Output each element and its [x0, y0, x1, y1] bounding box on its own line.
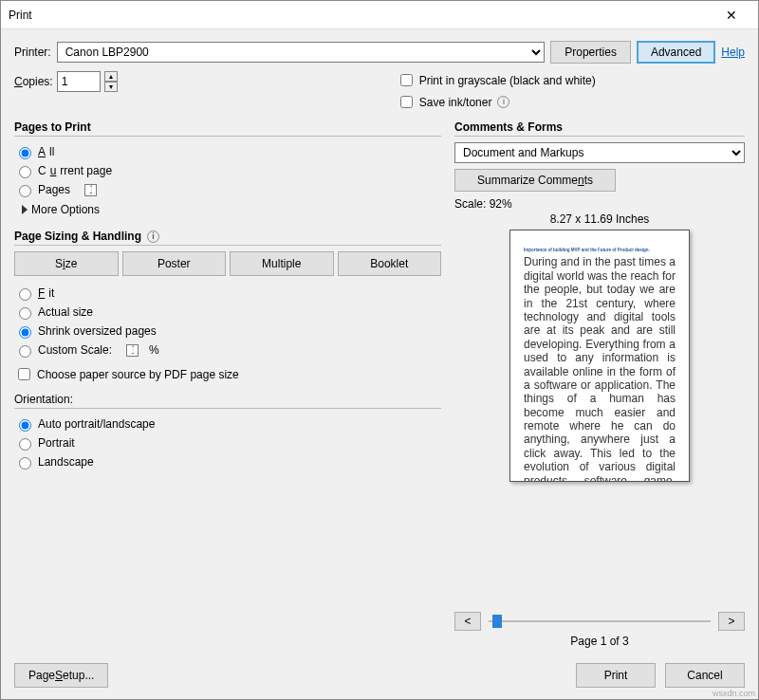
triangle-right-icon: [22, 205, 28, 214]
help-link[interactable]: Help: [721, 46, 745, 59]
preview-nav: < >: [454, 612, 745, 631]
columns: Pages to Print All Current page Pages Mo…: [14, 120, 745, 652]
current-radio[interactable]: Current page: [14, 163, 441, 178]
portrait-radio[interactable]: Portrait: [14, 435, 441, 451]
printer-select[interactable]: Canon LBP2900: [57, 42, 546, 63]
sizing-head: Page Sizing & Handling i: [14, 230, 441, 246]
dialog-title: Print: [9, 9, 713, 22]
copies-label: Copies:: [14, 75, 53, 88]
titlebar: Print ✕: [1, 1, 758, 29]
print-options: Print in grayscale (black and white) Sav…: [397, 71, 596, 111]
prev-page-button[interactable]: <: [454, 612, 481, 631]
copies-input[interactable]: [57, 71, 101, 92]
summarize-comments-button[interactable]: Summarize Comments: [454, 169, 616, 192]
spinner-down-icon[interactable]: ▾: [104, 82, 118, 92]
auto-orient-radio[interactable]: Auto portrait/landscape: [14, 416, 441, 432]
close-icon[interactable]: ✕: [713, 8, 750, 23]
orientation-head: Orientation:: [14, 393, 441, 409]
right-column: Comments & Forms Document and Markups Su…: [454, 120, 745, 652]
dimensions-display: 8.27 x 11.69 Inches: [454, 212, 745, 226]
next-page-button[interactable]: >: [718, 612, 745, 631]
spinner-up-icon[interactable]: ▴: [104, 71, 118, 82]
multiple-tab[interactable]: Multiple: [230, 251, 334, 276]
content-area: Printer: Canon LBP2900 Properties Advanc…: [1, 29, 758, 655]
all-radio[interactable]: All: [14, 144, 441, 159]
copies-group: Copies: ▴ ▾: [14, 71, 118, 92]
saveink-checkbox[interactable]: Save ink/toner i: [397, 93, 596, 111]
page-indicator: Page 1 of 3: [454, 635, 745, 648]
sizing-tabs: Size Poster Multiple Booklet: [14, 251, 441, 276]
properties-button[interactable]: Properties: [550, 41, 631, 64]
print-dialog: Print ✕ Printer: Canon LBP2900 Propertie…: [0, 0, 759, 700]
page-setup-button[interactable]: Page Setup...: [14, 663, 108, 688]
custom-scale-radio[interactable]: Custom Scale: %: [14, 342, 441, 358]
landscape-radio[interactable]: Landscape: [14, 454, 441, 470]
preview-page: Importance of building MVP and the Futur…: [509, 230, 690, 482]
fit-radio[interactable]: Fit: [14, 286, 441, 301]
left-column: Pages to Print All Current page Pages Mo…: [14, 120, 441, 652]
comments-head: Comments & Forms: [454, 120, 745, 137]
actual-radio[interactable]: Actual size: [14, 304, 441, 320]
paper-source-checkbox[interactable]: Choose paper source by PDF page size: [14, 365, 441, 383]
footer: Page Setup... Print Cancel: [1, 655, 758, 699]
pages-input[interactable]: [84, 184, 97, 196]
printer-row: Printer: Canon LBP2900 Properties Advanc…: [14, 41, 745, 64]
scale-display: Scale: 92%: [454, 197, 745, 211]
more-options-toggle[interactable]: More Options: [22, 203, 441, 216]
size-tab[interactable]: Size: [14, 251, 119, 276]
page-slider[interactable]: [489, 612, 711, 631]
pages-to-print-head: Pages to Print: [14, 120, 441, 137]
pages-radio[interactable]: Pages: [14, 182, 441, 197]
grayscale-checkbox[interactable]: Print in grayscale (black and white): [397, 71, 596, 89]
shrink-radio[interactable]: Shrink oversized pages: [14, 323, 441, 339]
print-button[interactable]: Print: [576, 663, 656, 688]
info-icon[interactable]: i: [147, 230, 159, 243]
poster-tab[interactable]: Poster: [122, 251, 227, 276]
printer-label: Printer:: [14, 46, 51, 59]
copies-row: Copies: ▴ ▾ Print in grayscale (black an…: [14, 71, 745, 111]
advanced-button[interactable]: Advanced: [637, 41, 715, 64]
preview-container: Importance of building MVP and the Futur…: [454, 230, 745, 604]
cancel-button[interactable]: Cancel: [665, 663, 745, 688]
custom-scale-input: [126, 344, 139, 357]
comments-forms-select[interactable]: Document and Markups: [454, 142, 745, 163]
slider-thumb-icon[interactable]: [492, 615, 502, 628]
booklet-tab[interactable]: Booklet: [338, 251, 442, 276]
copies-spinner[interactable]: ▴ ▾: [104, 71, 118, 92]
watermark: wsxdn.com: [713, 689, 755, 698]
info-icon[interactable]: i: [497, 96, 509, 108]
